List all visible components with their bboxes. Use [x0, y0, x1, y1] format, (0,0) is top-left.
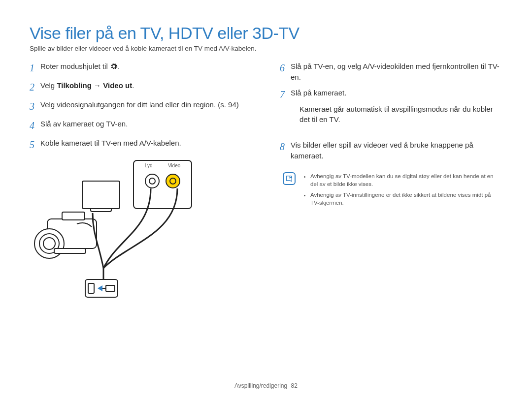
- note-item: Avhengig av TV-modellen kan du se digita…: [310, 172, 499, 188]
- step-number: 4: [30, 119, 40, 133]
- usb-mini-icon: [88, 283, 95, 294]
- step-5: 5 Koble kameraet til TV-en med A/V-kabel…: [30, 138, 252, 152]
- right-column: 6 Slå på TV-en, og velg A/V-videokilden …: [280, 61, 502, 298]
- step-text: Slå på kameraet.: [291, 88, 502, 98]
- footer-section: Avspilling/redigering: [234, 382, 287, 389]
- gear-icon: [110, 62, 118, 70]
- step-8: 8 Vis bilder eller spill av videoer ved …: [280, 140, 502, 161]
- step-text: Slå på TV-en, og velg A/V-videokilden me…: [291, 61, 502, 83]
- note-box: Avhengig av TV-modellen kan du se digita…: [280, 170, 502, 212]
- step-text-suffix: .: [118, 62, 120, 70]
- step-1: 1 Roter modushjulet til .: [30, 61, 252, 75]
- steps-right: 6 Slå på TV-en, og velg A/V-videokilden …: [280, 61, 502, 161]
- step-text: Vis bilder eller spill av videoer ved å …: [291, 140, 502, 161]
- step-number: 8: [280, 140, 291, 154]
- step-text: Roter modushjulet til: [40, 62, 110, 70]
- step-text: Slå av kameraet og TV-en.: [40, 119, 252, 129]
- step-number: 7: [280, 88, 291, 102]
- step-number: 5: [30, 138, 40, 152]
- step-number: 2: [30, 80, 40, 94]
- usb-connector-icon: [85, 279, 118, 298]
- step-2: 2 Velg Tilkobling → Video ut.: [30, 80, 252, 94]
- left-column: 1 Roter modushjulet til . 2 Velg Tilkobl…: [30, 61, 252, 298]
- step-bold: Tilkobling → Video ut: [57, 81, 132, 90]
- step-text-suffix: .: [132, 81, 134, 90]
- step-number: 3: [30, 99, 40, 114]
- step-3: 3 Velg videosignalutgangen for ditt land…: [30, 99, 252, 114]
- step-text: Koble kameraet til TV-en med A/V-kabelen…: [40, 138, 252, 149]
- steps-left: 1 Roter modushjulet til . 2 Velg Tilkobl…: [30, 61, 252, 152]
- note-icon: [283, 172, 296, 185]
- step-7: 7 Slå på kameraet. Kameraet går automati…: [280, 88, 502, 135]
- page-number: 82: [291, 382, 298, 389]
- step-text: Velg videosignalutgangen for ditt land e…: [40, 99, 252, 110]
- page-title: Vise filer på en TV, HDTV eller 3D-TV: [30, 24, 502, 43]
- note-item: Avhengig av TV-innstillingene er det ikk…: [310, 191, 499, 207]
- connection-diagram: Lyd Video: [30, 160, 212, 298]
- page-footer: Avspilling/redigering 82: [0, 382, 532, 389]
- step-6: 6 Slå på TV-en, og velg A/V-videokilden …: [280, 61, 502, 83]
- step-number: 6: [280, 61, 291, 75]
- step-text: Velg: [40, 81, 57, 90]
- arrow-left-icon: [98, 285, 102, 291]
- step-number: 1: [30, 61, 40, 75]
- step-sub-bullet: Kameraet går automatisk til avspillingsm…: [299, 104, 502, 125]
- cable-path: [30, 160, 212, 298]
- step-4: 4 Slå av kameraet og TV-en.: [30, 119, 252, 133]
- usb-a-icon: [105, 285, 115, 292]
- page-subtitle: Spille av bilder eller videoer ved å kob…: [30, 45, 502, 52]
